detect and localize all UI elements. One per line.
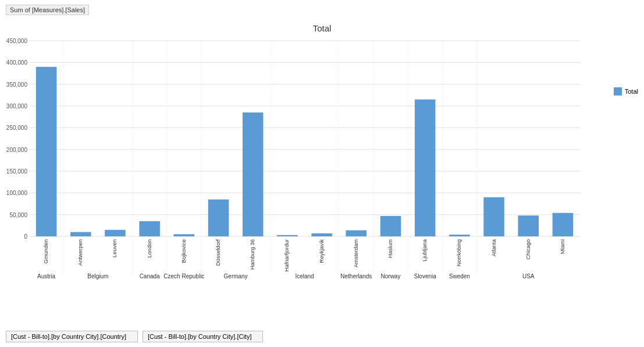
svg-text:Iceland: Iceland [295,273,314,279]
svg-text:Canada: Canada [140,273,160,279]
svg-rect-15 [208,200,229,236]
svg-text:Bojkovice: Bojkovice [180,239,187,263]
svg-rect-22 [449,235,470,236]
svg-rect-16 [243,112,264,236]
chart-svg-container: GmundenAntwerpenLeuvenLondonBojkoviceDüs… [29,38,580,283]
city-dropdown-wrapper: [Cust - Bill-to].[by Country City].[City… [143,331,263,342]
svg-text:Slovenia: Slovenia [414,273,436,279]
svg-text:Antwerpen: Antwerpen [77,239,83,265]
svg-text:Norway: Norway [381,273,401,279]
svg-text:Atlanta: Atlanta [490,239,497,256]
svg-rect-17 [277,235,298,236]
svg-text:USA: USA [522,273,535,279]
svg-text:Miami: Miami [559,239,565,254]
svg-text:Haslum: Haslum [387,239,393,258]
y-axis-label: 250,000 [6,125,27,131]
svg-text:Leuven: Leuven [111,239,118,257]
legend-label-total: Total [625,88,638,95]
svg-text:London: London [146,239,152,258]
svg-text:Düsseldorf: Düsseldorf [215,239,221,266]
legend: Total [614,87,638,95]
svg-text:Netherlands: Netherlands [340,273,372,279]
svg-text:Germany: Germany [224,273,248,279]
svg-text:Chicago: Chicago [525,239,531,260]
bottom-dropdowns: [Cust - Bill-to].[by Country City].[Coun… [6,331,263,342]
y-axis-label: 0 [24,233,27,240]
svg-text:Austria: Austria [37,273,56,279]
measure-label[interactable]: Sum of [Measures].[Sales] [6,5,89,15]
svg-text:Czech Republic: Czech Republic [163,273,204,279]
y-axis-label: 200,000 [6,146,27,153]
svg-rect-21 [415,100,436,236]
y-axis-label: 300,000 [6,103,27,109]
chart-container: Sum of [Measures].[Sales] Total Total Gm… [0,0,644,347]
chart-svg: GmundenAntwerpenLeuvenLondonBojkoviceDüs… [29,38,580,283]
svg-text:Hafnarfjordur: Hafnarfjordur [283,239,290,271]
svg-rect-12 [105,230,126,236]
country-dropdown[interactable]: [Cust - Bill-to].[by Country City].[Coun… [6,331,138,342]
svg-text:Amsterdam: Amsterdam [353,239,359,268]
y-axis-label: 150,000 [6,168,27,175]
legend-item-total: Total [614,87,638,95]
svg-rect-14 [174,234,195,236]
svg-rect-24 [518,215,539,236]
svg-text:Norrköbing: Norrköbing [456,239,462,266]
y-axis-label: 450,000 [6,38,27,44]
svg-text:Gmunden: Gmunden [42,239,49,264]
y-axis-label: 350,000 [6,81,27,87]
svg-rect-19 [346,231,367,236]
chart-title: Total [0,23,644,33]
svg-text:Ljubljana: Ljubljana [421,239,428,261]
svg-rect-13 [139,221,160,236]
svg-rect-25 [553,213,574,236]
svg-text:Hamburg 36: Hamburg 36 [249,239,255,270]
svg-rect-20 [380,216,401,236]
svg-text:Reykjavik: Reykjavik [318,239,325,263]
svg-text:Sweden: Sweden [449,273,470,279]
svg-text:Belgium: Belgium [87,273,108,279]
svg-rect-11 [70,232,91,236]
svg-rect-10 [36,67,57,236]
svg-rect-23 [483,197,504,236]
x-axis [29,283,580,330]
city-dropdown[interactable]: [Cust - Bill-to].[by Country City].[City… [143,331,263,342]
y-axis: 450,000400,000350,000300,000250,000200,0… [0,38,29,283]
y-axis-label: 50,000 [9,211,27,218]
legend-color-total [614,87,622,95]
y-axis-label: 400,000 [6,59,27,66]
svg-rect-18 [311,233,332,236]
country-dropdown-wrapper: [Cust - Bill-to].[by Country City].[Coun… [6,331,138,342]
y-axis-label: 100,000 [6,190,27,196]
